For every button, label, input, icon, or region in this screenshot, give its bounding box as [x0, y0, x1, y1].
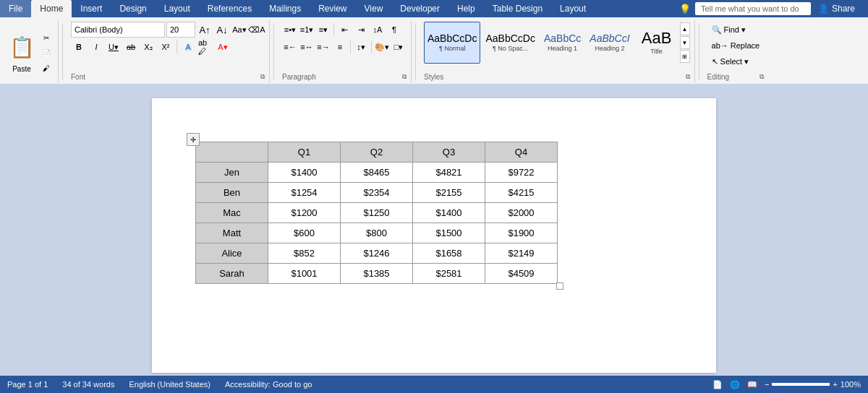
tab-developer[interactable]: Developer	[391, 0, 448, 17]
style-no-spacing[interactable]: AaBbCcDc ¶ No Spac...	[482, 22, 538, 64]
table-cell-q2[interactable]: $8465	[341, 163, 413, 183]
table-cell-q3[interactable]: $1500	[413, 223, 485, 243]
paste-button[interactable]: 📋 Paste	[6, 29, 38, 74]
zoom-out-button[interactable]: −	[765, 380, 769, 383]
text-highlight-button[interactable]: ab🖊	[197, 39, 213, 55]
decrease-font-button[interactable]: A↓	[214, 22, 230, 38]
tab-mailings[interactable]: Mailings	[260, 0, 310, 17]
font-family-select[interactable]: Calibri (Body)	[71, 22, 165, 38]
table-cell-name[interactable]: Mac	[196, 203, 268, 223]
paragraph-expand-icon[interactable]: ⧉	[402, 73, 407, 81]
tab-table-design[interactable]: Table Design	[484, 0, 551, 17]
view-web-icon[interactable]: 🌐	[730, 380, 740, 384]
bold-button[interactable]: B	[71, 39, 87, 55]
styles-scroll-up[interactable]: ▲	[680, 22, 690, 35]
table-cell-q4[interactable]: $4509	[485, 264, 558, 284]
table-cell-name[interactable]: Alice	[196, 243, 268, 264]
table-cell-name[interactable]: Ben	[196, 183, 268, 203]
table-cell-q4[interactable]: $2149	[485, 243, 558, 264]
align-right-button[interactable]: ≡→	[315, 39, 331, 55]
tell-me-input[interactable]: Tell me what you want to do	[695, 2, 811, 15]
table-cell-q1[interactable]: $852	[268, 243, 341, 264]
tab-help[interactable]: Help	[448, 0, 484, 17]
decrease-indent-button[interactable]: ⇤	[336, 22, 352, 38]
tab-home[interactable]: Home	[31, 0, 72, 17]
text-effects-button[interactable]: A	[180, 39, 196, 55]
copy-button[interactable]: 📄	[38, 46, 55, 60]
table-cell-q4[interactable]: $9722	[485, 163, 558, 183]
clear-format-button[interactable]: ⌫A	[249, 22, 265, 38]
tab-insert[interactable]: Insert	[72, 0, 111, 17]
increase-font-button[interactable]: A↑	[197, 22, 213, 38]
select-button[interactable]: ↖ Select ▾	[707, 53, 754, 69]
table-cell-q1[interactable]: $1254	[268, 183, 341, 203]
font-size-select[interactable]: 20	[166, 22, 195, 38]
table-move-handle[interactable]: ✛	[187, 133, 200, 146]
increase-indent-button[interactable]: ⇥	[353, 22, 369, 38]
numbered-list-button[interactable]: ≡1▾	[299, 22, 315, 38]
table-cell-q2[interactable]: $1250	[341, 203, 413, 223]
table-cell-q1[interactable]: $1400	[268, 163, 341, 183]
multilevel-list-button[interactable]: ≡▾	[315, 22, 331, 38]
tab-table-layout[interactable]: Layout	[551, 0, 595, 17]
subscript-button[interactable]: X₂	[140, 39, 156, 55]
table-cell-q1[interactable]: $1001	[268, 264, 341, 284]
table-cell-q2[interactable]: $1246	[341, 243, 413, 264]
style-normal[interactable]: AaBbCcDc ¶ Normal	[424, 22, 480, 64]
table-cell-q1[interactable]: $600	[268, 223, 341, 243]
bullet-list-button[interactable]: ≡•▾	[282, 22, 298, 38]
table-cell-q2[interactable]: $1385	[341, 264, 413, 284]
font-expand-icon[interactable]: ⧉	[260, 73, 265, 81]
change-case-button[interactable]: Aa▾	[231, 22, 247, 38]
tab-layout[interactable]: Layout	[156, 0, 199, 17]
table-cell-q3[interactable]: $1658	[413, 243, 485, 264]
view-normal-icon[interactable]: 📄	[712, 380, 723, 384]
editing-expand-icon[interactable]: ⧉	[760, 73, 764, 81]
table-cell-name[interactable]: Sarah	[196, 264, 268, 284]
tab-view[interactable]: View	[356, 0, 392, 17]
underline-button[interactable]: U▾	[106, 39, 122, 55]
styles-expand[interactable]: ⊞	[680, 50, 690, 63]
table-cell-q4[interactable]: $2000	[485, 203, 558, 223]
tab-review[interactable]: Review	[310, 0, 355, 17]
table-cell-q4[interactable]: $1900	[485, 223, 558, 243]
line-spacing-button[interactable]: ↕▾	[353, 39, 369, 55]
format-painter-button[interactable]: 🖌	[38, 61, 55, 75]
show-formatting-button[interactable]: ¶	[386, 22, 402, 38]
table-cell-q2[interactable]: $2354	[341, 183, 413, 203]
tab-design[interactable]: Design	[111, 0, 155, 17]
replace-button[interactable]: ab→ Replace	[707, 38, 765, 53]
zoom-in-button[interactable]: +	[833, 380, 837, 383]
table-cell-q1[interactable]: $1200	[268, 203, 341, 223]
table-cell-name[interactable]: Matt	[196, 223, 268, 243]
borders-button[interactable]: □▾	[391, 39, 407, 55]
table-cell-q2[interactable]: $800	[341, 223, 413, 243]
table-cell-q3[interactable]: $4821	[413, 163, 485, 183]
styles-scroll-down[interactable]: ▼	[680, 36, 690, 49]
view-reader-icon[interactable]: 📖	[747, 380, 757, 384]
align-center-button[interactable]: ≡↔	[299, 39, 315, 55]
table-cell-q3[interactable]: $1400	[413, 203, 485, 223]
style-heading1[interactable]: AaBbCc Heading 1	[540, 22, 584, 64]
table-cell-q3[interactable]: $2155	[413, 183, 485, 203]
tab-file[interactable]: File	[0, 0, 31, 17]
font-color-button[interactable]: A▾	[215, 39, 231, 55]
find-button[interactable]: 🔍 Find ▾	[707, 22, 750, 38]
share-button[interactable]: 👤 Share	[811, 1, 862, 16]
style-title[interactable]: AaB Title	[635, 22, 678, 64]
superscript-button[interactable]: X²	[158, 39, 174, 55]
table-cell-q4[interactable]: $4215	[485, 183, 558, 203]
style-heading2[interactable]: AaBbCcI Heading 2	[586, 22, 633, 64]
styles-expand-icon[interactable]: ⧉	[686, 73, 690, 81]
italic-button[interactable]: I	[88, 39, 104, 55]
table-resize-handle[interactable]	[556, 282, 563, 290]
sort-button[interactable]: ↕A	[370, 22, 386, 38]
strikethrough-button[interactable]: ab	[123, 39, 139, 55]
table-cell-name[interactable]: Jen	[196, 163, 268, 183]
tab-references[interactable]: References	[199, 0, 260, 17]
table-cell-q3[interactable]: $2581	[413, 264, 485, 284]
cut-button[interactable]: ✂	[38, 30, 55, 45]
justify-button[interactable]: ≡	[332, 39, 348, 55]
align-left-button[interactable]: ≡←	[282, 39, 298, 55]
shading-button[interactable]: 🎨▾	[374, 39, 390, 55]
